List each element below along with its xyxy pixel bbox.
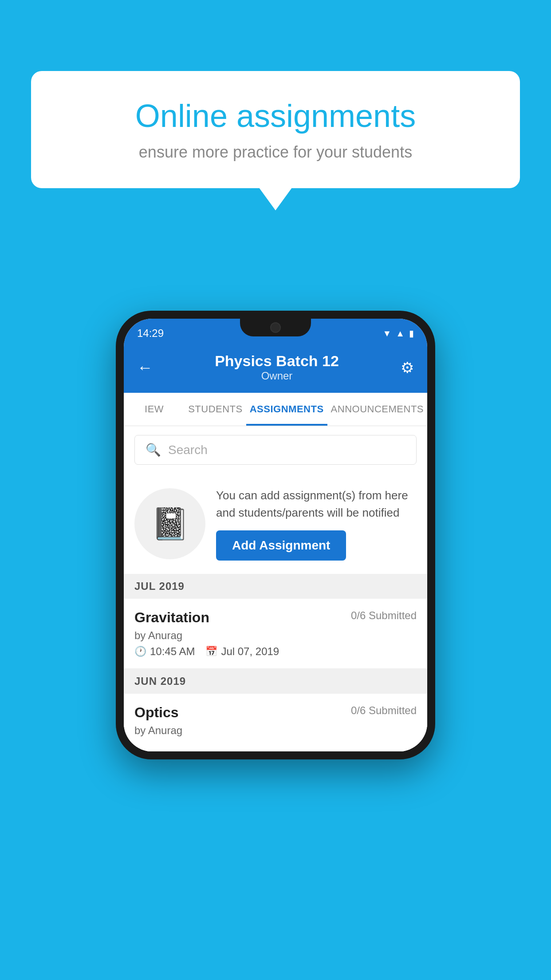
speech-bubble: Online assignments ensure more practice … — [31, 71, 520, 188]
phone-screen: 14:29 ▼ ▲ ▮ ← Physics Batch 12 Owner ⚙ — [124, 319, 427, 751]
app-header: ← Physics Batch 12 Owner ⚙ — [124, 344, 427, 393]
phone-camera — [270, 322, 281, 333]
tab-assignments[interactable]: ASSIGNMENTS — [246, 393, 327, 426]
tab-students[interactable]: STUDENTS — [185, 393, 246, 426]
search-placeholder: Search — [168, 443, 208, 457]
settings-button[interactable]: ⚙ — [401, 359, 414, 376]
speech-bubble-title: Online assignments — [62, 98, 489, 134]
phone-mockup: 14:29 ▼ ▲ ▮ ← Physics Batch 12 Owner ⚙ — [116, 311, 435, 759]
assignment-by: by Anurag — [134, 629, 417, 642]
assignment-gravitation[interactable]: Gravitation 0/6 Submitted by Anurag 🕐 10… — [124, 599, 427, 669]
notebook-icon: 📓 — [151, 506, 189, 542]
content-area: 🔍 Search 📓 You can add assignment(s) fro… — [124, 426, 427, 751]
assignment-row1: Gravitation 0/6 Submitted — [134, 609, 417, 626]
assignment-name: Gravitation — [134, 609, 209, 626]
status-icons: ▼ ▲ ▮ — [382, 328, 414, 339]
signal-icon: ▲ — [396, 328, 405, 339]
header-center: Physics Batch 12 Owner — [215, 352, 339, 382]
speech-bubble-container: Online assignments ensure more practice … — [31, 71, 520, 188]
search-bar[interactable]: 🔍 Search — [134, 435, 417, 465]
promo-box: 📓 You can add assignment(s) from here an… — [124, 474, 427, 574]
tab-iew[interactable]: IEW — [124, 393, 185, 426]
phone-notch — [240, 319, 311, 336]
wifi-icon: ▼ — [382, 328, 391, 339]
tab-announcements[interactable]: ANNOUNCEMENTS — [327, 393, 427, 426]
section-jul-2019: JUL 2019 — [124, 574, 427, 599]
battery-icon: ▮ — [409, 328, 414, 339]
clock-icon: 🕐 — [134, 646, 146, 657]
promo-content: You can add assignment(s) from here and … — [216, 487, 417, 561]
assignment-by-optics: by Anurag — [134, 724, 417, 737]
batch-title: Physics Batch 12 — [215, 352, 339, 370]
promo-text: You can add assignment(s) from here and … — [216, 487, 417, 522]
phone-outer: 14:29 ▼ ▲ ▮ ← Physics Batch 12 Owner ⚙ — [116, 311, 435, 759]
assignment-date: Jul 07, 2019 — [221, 645, 279, 658]
assignment-name-optics: Optics — [134, 704, 179, 721]
meta-time: 🕐 10:45 AM — [134, 645, 195, 658]
meta-date: 📅 Jul 07, 2019 — [205, 645, 279, 658]
tabs-bar: IEW STUDENTS ASSIGNMENTS ANNOUNCEMENTS — [124, 393, 427, 426]
promo-icon-circle: 📓 — [134, 488, 205, 559]
assignment-submitted-optics: 0/6 Submitted — [351, 704, 417, 717]
back-button[interactable]: ← — [137, 358, 153, 377]
assignment-row1-optics: Optics 0/6 Submitted — [134, 704, 417, 721]
assignment-submitted: 0/6 Submitted — [351, 609, 417, 622]
section-jun-2019: JUN 2019 — [124, 669, 427, 694]
batch-subtitle: Owner — [215, 370, 339, 382]
speech-bubble-subtitle: ensure more practice for your students — [62, 143, 489, 162]
assignment-meta: 🕐 10:45 AM 📅 Jul 07, 2019 — [134, 645, 417, 658]
assignment-optics[interactable]: Optics 0/6 Submitted by Anurag — [124, 694, 427, 751]
search-icon: 🔍 — [146, 443, 161, 457]
status-time: 14:29 — [137, 327, 164, 340]
assignment-time: 10:45 AM — [150, 645, 195, 658]
search-container: 🔍 Search — [124, 426, 427, 474]
add-assignment-button[interactable]: Add Assignment — [216, 530, 346, 561]
calendar-icon: 📅 — [205, 646, 217, 657]
